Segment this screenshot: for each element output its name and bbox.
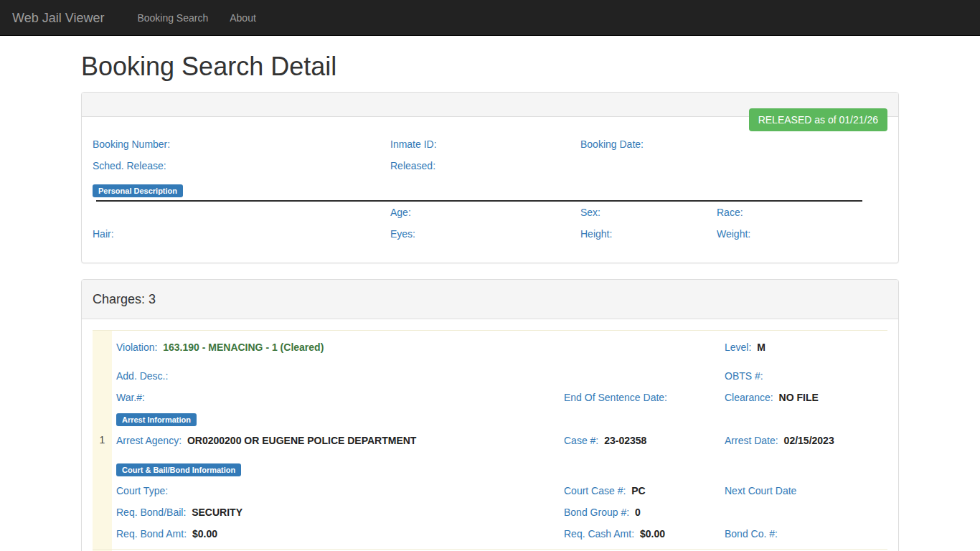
top-navbar: Web Jail Viewer Booking Search About <box>0 0 980 36</box>
nav-item-booking-search[interactable]: Booking Search <box>126 0 219 36</box>
obts-label: OBTS #: <box>725 370 763 382</box>
age-label: Age: <box>390 207 411 218</box>
navbar-menu: Booking Search About <box>126 0 266 36</box>
race-label: Race: <box>717 207 743 218</box>
court-case-value: PC <box>631 485 645 496</box>
case-number-label: Case #: <box>564 435 598 446</box>
personal-description-badge: Personal Description <box>93 184 183 197</box>
req-bond-amt-value: $0.00 <box>192 528 217 540</box>
booking-row-2: Sched. Release: Released: <box>93 155 887 176</box>
main-container: Booking Search Detail RELEASED as of 01/… <box>81 52 899 551</box>
sex-label: Sex: <box>580 207 600 218</box>
weight-label: Weight: <box>717 228 750 240</box>
nav-link-booking-search[interactable]: Booking Search <box>126 0 219 36</box>
bond-group-value: 0 <box>635 507 641 518</box>
court-case-label: Court Case #: <box>564 485 626 496</box>
charges-panel-body: 1 Violation: 163.190 - MENACING - 1 (Cle… <box>82 319 898 551</box>
case-number-value: 23-02358 <box>604 435 646 446</box>
arrest-date-label: Arrest Date: <box>725 435 778 446</box>
next-court-date-label: Next Court Date <box>725 485 796 496</box>
charge-row-1: 1 Violation: 163.190 - MENACING - 1 (Cle… <box>93 330 887 549</box>
booking-summary-panel: RELEASED as of 01/21/26 Booking Number: … <box>81 92 899 263</box>
navbar-brand[interactable]: Web Jail Viewer <box>0 0 115 36</box>
bond-co-label: Bond Co. #: <box>725 528 778 540</box>
war-number-label: War.#: <box>116 392 145 403</box>
page-title: Booking Search Detail <box>81 52 899 82</box>
req-cash-amt-label: Req. Cash Amt: <box>564 528 634 540</box>
charges-panel-heading: Charges: 3 <box>82 280 898 319</box>
level-label: Level: <box>725 342 751 353</box>
req-cash-amt-value: $0.00 <box>640 528 665 540</box>
end-of-sentence-label: End Of Sentence Date: <box>564 392 667 403</box>
booking-row-1: Booking Number: Inmate ID: Booking Date: <box>93 133 887 155</box>
court-type-label: Court Type: <box>116 485 168 496</box>
sched-release-label: Sched. Release: <box>93 160 166 171</box>
violation-label: Violation: <box>116 342 157 353</box>
released-status-badge: RELEASED as of 01/21/26 <box>749 108 887 131</box>
req-bond-amt-label: Req. Bond Amt: <box>116 528 187 540</box>
arrest-agency-label: Arrest Agency: <box>116 435 182 446</box>
arrest-agency-value: OR0200200 OR EUGENE POLICE DEPARTMENT <box>187 435 416 446</box>
req-bond-bail-value: SECURITY <box>192 507 242 518</box>
charge-1-number: 1 <box>93 331 112 549</box>
booking-date-label: Booking Date: <box>580 138 644 150</box>
clearance-value: NO FILE <box>779 392 819 403</box>
charges-panel: Charges: 3 1 Violation: 163.190 - MENACI… <box>81 279 899 551</box>
nav-item-about[interactable]: About <box>219 0 267 36</box>
nav-link-about[interactable]: About <box>219 0 267 36</box>
arrest-information-badge: Arrest Information <box>116 413 197 426</box>
bond-group-label: Bond Group #: <box>564 507 629 518</box>
hair-label: Hair: <box>93 228 114 240</box>
court-bail-bond-badge: Court & Bail/Bond Information <box>116 463 241 476</box>
personal-description-row-1: Age: Sex: Race: <box>93 202 887 223</box>
eyes-label: Eyes: <box>390 228 415 240</box>
clearance-label: Clearance: <box>725 392 773 403</box>
add-desc-label: Add. Desc.: <box>116 370 168 382</box>
inmate-id-label: Inmate ID: <box>390 138 437 150</box>
height-label: Height: <box>580 228 612 240</box>
arrest-date-value: 02/15/2023 <box>784 435 834 446</box>
req-bond-bail-label: Req. Bond/Bail: <box>116 507 186 518</box>
personal-description-section: Personal Description <box>93 184 887 197</box>
released-label: Released: <box>390 160 435 171</box>
booking-panel-body: RELEASED as of 01/21/26 Booking Number: … <box>82 117 898 263</box>
personal-description-row-2: Hair: Eyes: Height: Weight: <box>93 223 887 245</box>
violation-value: 163.190 - MENACING - 1 (Cleared) <box>163 342 324 353</box>
level-value: M <box>757 342 765 353</box>
booking-number-label: Booking Number: <box>93 138 170 150</box>
